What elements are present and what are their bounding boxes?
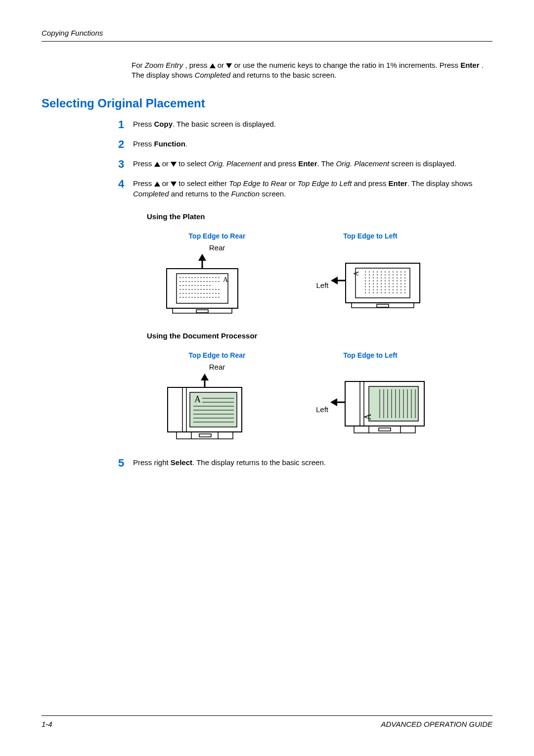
enter-key-label: Enter [389,179,407,188]
t: screen. [260,189,286,198]
function-key-label: Function [154,140,185,148]
down-triangle-icon [171,162,177,167]
guide-title: ADVANCED OPERATION GUIDE [381,720,492,728]
t: and returns to the [169,189,231,198]
svg-rect-14 [346,263,420,303]
platen-left-icon: A [331,253,425,318]
up-triangle-icon [154,162,160,167]
header-title: Copying Functions [42,29,103,37]
step-number: 2 [118,137,124,152]
svg-rect-2 [167,269,238,308]
down-triangle-icon [171,182,177,187]
t: or use the numeric keys to change the ra… [234,61,460,69]
platen-diagrams: Top Edge to Rear Rear A [163,232,492,318]
completed-label: Completed [133,189,169,198]
orig-placement-label: Orig. Placement [208,159,262,168]
docproc-left-icon: A [330,373,425,447]
t: to select either [177,179,229,188]
svg-marker-0 [198,254,206,261]
function-label: Function [231,189,260,198]
svg-rect-11 [196,310,208,313]
step-2: 2 Press Function. [118,139,492,149]
docproc-diagrams: Top Edge to Rear Rear A [163,351,492,447]
t: Press [133,159,154,168]
svg-marker-29 [201,374,209,380]
svg-text:A: A [194,394,201,404]
select-key-label: Select [171,458,192,467]
diagram-title: Top Edge to Left [316,232,425,241]
zoom-entry-label: Zoom Entry [145,61,183,69]
top-edge-rear-label: Top Edge to Rear [229,179,287,188]
step-number: 1 [118,117,124,132]
t: . The [317,159,336,168]
t: Press right [133,458,171,467]
platen-left-col: Top Edge to Left Left [316,232,425,318]
completed-label: Completed [195,71,231,79]
left-label: Left [316,281,328,290]
steps-list: 1 Press Copy. The basic screen is displa… [118,119,492,468]
svg-marker-46 [330,398,337,406]
step-3: 3 Press or to select Orig. Placement and… [118,159,492,169]
section-heading: Selecting Original Placement [42,96,492,110]
t: Press [133,179,154,188]
step-1: 1 Press Copy. The basic screen is displa… [118,119,492,129]
step-number: 4 [118,177,124,191]
svg-rect-28 [377,304,389,307]
t: or [160,159,171,168]
svg-text:A: A [353,271,360,276]
step-4: 4 Press or to select either Top Edge to … [118,179,492,447]
step-number: 3 [118,157,124,172]
enter-key-label: Enter [460,61,479,69]
t: or [160,179,171,188]
using-platen-head: Using the Platen [147,212,492,222]
t: and returns to the basic screen. [232,71,336,79]
svg-marker-12 [331,277,338,284]
diagram-title: Top Edge to Left [316,351,425,360]
t: or [287,179,298,188]
step-5: 5 Press right Select. The display return… [118,458,492,468]
svg-rect-65 [379,428,391,431]
page-number: 1-4 [42,720,52,728]
rear-label: Rear [163,362,271,372]
t: or [218,61,226,69]
docproc-rear-col: Top Edge to Rear Rear A [163,351,271,447]
diagram-title: Top Edge to Rear [163,351,271,360]
top-edge-left-label: Top Edge to Left [298,179,352,188]
svg-rect-3 [177,274,228,303]
up-triangle-icon [210,63,216,68]
svg-rect-15 [356,268,410,298]
platen-rear-col: Top Edge to Rear Rear A [163,232,271,318]
svg-rect-51 [369,386,418,421]
intro-paragraph: For Zoom Entry , press or or use the num… [132,60,492,81]
t: Press [133,120,154,128]
svg-text:A: A [223,276,228,284]
diagram-title: Top Edge to Rear [163,232,271,241]
t: screen is displayed. [389,159,456,168]
t: and press [262,159,298,168]
platen-rear-icon: A [163,254,242,318]
orig-placement-label: Orig. Placement [336,159,390,168]
t: . [185,140,187,148]
t: . The basic screen is displayed. [173,120,276,128]
t: For [132,61,145,69]
svg-text:A: A [363,414,373,420]
using-docproc-head: Using the Document Processor [147,331,492,341]
up-triangle-icon [154,182,160,187]
step-number: 5 [118,456,124,471]
t: , press [185,61,209,69]
enter-key-label: Enter [298,159,317,168]
t: . The display shows [407,179,472,188]
copy-key-label: Copy [154,120,173,128]
docproc-rear-icon: A [163,374,247,448]
t: to select [177,159,208,168]
rear-label: Rear [163,243,271,253]
left-label: Left [316,405,328,415]
down-triangle-icon [226,63,232,68]
t: . The display returns to the basic scree… [192,458,326,467]
page-footer: 1-4 ADVANCED OPERATION GUIDE [42,715,492,728]
t: Press [133,140,154,148]
page-header: Copying Functions [42,29,492,42]
t: and press [352,179,388,188]
docproc-left-col: Top Edge to Left Left A [316,351,425,447]
svg-rect-45 [199,434,211,437]
